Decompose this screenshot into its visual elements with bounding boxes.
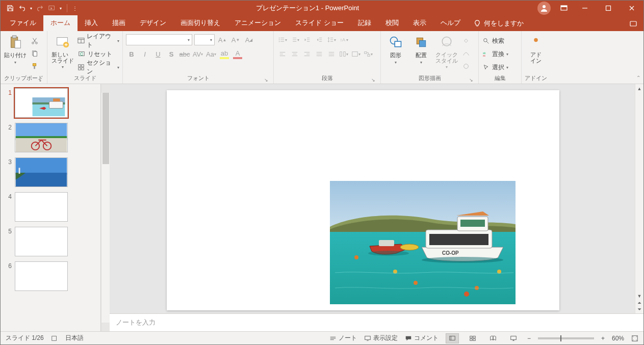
- thumbnail-2[interactable]: 2: [3, 123, 98, 152]
- bold-button[interactable]: B: [126, 48, 137, 60]
- reading-view-icon[interactable]: [486, 333, 500, 343]
- shape-fill-icon[interactable]: [460, 35, 472, 46]
- slide-counter[interactable]: スライド 1/26: [6, 334, 44, 342]
- shapes-button[interactable]: 図形▾: [384, 34, 407, 65]
- save-icon[interactable]: [6, 4, 15, 13]
- align-text-icon[interactable]: ▾: [350, 48, 362, 60]
- underline-button[interactable]: U: [152, 48, 164, 60]
- cut-icon[interactable]: [29, 35, 40, 46]
- zoom-out-button[interactable]: −: [527, 335, 531, 342]
- canvas-vscrollbar[interactable]: ▲ ▼ ⏶ ⏷: [635, 84, 643, 313]
- paste-button[interactable]: 貼り付け ▾: [4, 34, 27, 65]
- tab-help[interactable]: ヘルプ: [433, 15, 468, 31]
- decrease-font-icon[interactable]: A▼: [230, 34, 241, 45]
- decrease-indent-icon[interactable]: [301, 34, 313, 45]
- addins-button[interactable]: アド イン: [525, 34, 547, 64]
- align-left-icon[interactable]: [277, 48, 288, 60]
- collapse-ribbon-icon[interactable]: ⌃: [636, 75, 640, 81]
- justify-icon[interactable]: [314, 48, 325, 60]
- normal-view-icon[interactable]: [446, 333, 459, 343]
- undo-icon[interactable]: [18, 4, 27, 13]
- line-spacing-icon[interactable]: ▾: [326, 34, 337, 45]
- font-name-combo[interactable]: ▾: [126, 34, 192, 45]
- qat-customize[interactable]: ⋮: [72, 6, 78, 11]
- display-settings-button[interactable]: 表示設定: [364, 334, 398, 342]
- shadow-button[interactable]: S: [166, 48, 177, 60]
- thumbnail-6[interactable]: 6: [3, 261, 98, 291]
- drawing-launcher[interactable]: [468, 76, 474, 83]
- text-direction-icon[interactable]: ↕A▾: [338, 34, 349, 45]
- thumbnail-5[interactable]: 5: [3, 227, 98, 256]
- zoom-percent[interactable]: 60%: [612, 335, 624, 342]
- tab-slideshow[interactable]: スライド ショー: [288, 15, 351, 31]
- share-button[interactable]: [623, 16, 643, 31]
- fit-to-window-icon[interactable]: [631, 335, 638, 342]
- zoom-in-button[interactable]: +: [601, 335, 605, 342]
- strikethrough-button[interactable]: abc: [179, 48, 190, 60]
- section-button[interactable]: セクション ▾: [78, 62, 119, 73]
- slide-canvas[interactable]: CO-OP: [110, 84, 635, 313]
- distribute-icon[interactable]: [326, 48, 337, 60]
- spellcheck-icon[interactable]: [51, 335, 58, 342]
- tell-me-search[interactable]: 何をしますか: [468, 16, 530, 31]
- slide-sorter-view-icon[interactable]: [466, 333, 479, 343]
- redo-icon[interactable]: [35, 4, 44, 13]
- slide-image-boat[interactable]: CO-OP: [330, 181, 516, 304]
- bullets-button[interactable]: ▾: [277, 34, 288, 45]
- prev-slide-icon[interactable]: ⏶: [636, 299, 643, 306]
- next-slide-icon[interactable]: ⏷: [636, 306, 643, 312]
- new-slide-button[interactable]: 新しい スライド ▾: [50, 34, 75, 69]
- start-from-beginning-icon[interactable]: [47, 4, 57, 13]
- font-size-combo[interactable]: ▾: [194, 34, 215, 45]
- tab-home[interactable]: ホーム: [43, 15, 78, 31]
- scroll-up-icon[interactable]: ▲: [636, 85, 643, 92]
- tab-record[interactable]: 記録: [351, 15, 378, 31]
- align-right-icon[interactable]: [301, 48, 313, 60]
- font-launcher[interactable]: [263, 76, 269, 83]
- ribbon-display-options-icon[interactable]: [555, 1, 573, 16]
- highlight-button[interactable]: ab: [219, 48, 230, 60]
- thumbnail-4[interactable]: 4: [3, 192, 98, 222]
- thumbnail-3[interactable]: 3: [3, 157, 98, 187]
- increase-font-icon[interactable]: A▲: [217, 34, 228, 45]
- tab-design[interactable]: デザイン: [133, 15, 173, 31]
- char-spacing-button[interactable]: AV▾: [192, 48, 203, 60]
- account-icon[interactable]: [537, 2, 551, 15]
- tab-insert[interactable]: 挿入: [78, 15, 105, 31]
- arrange-button[interactable]: 配置▾: [409, 34, 433, 65]
- find-button[interactable]: 検索: [482, 35, 508, 46]
- italic-button[interactable]: I: [139, 48, 150, 60]
- align-center-icon[interactable]: [289, 48, 300, 60]
- zoom-slider[interactable]: [538, 337, 594, 339]
- columns-icon[interactable]: ▾: [338, 48, 349, 60]
- notes-toggle[interactable]: ノート: [329, 334, 357, 342]
- minimize-button[interactable]: [573, 1, 597, 16]
- comments-button[interactable]: コメント: [405, 334, 439, 342]
- notes-pane[interactable]: ノートを入力: [110, 313, 643, 331]
- increase-indent-icon[interactable]: [314, 34, 325, 45]
- thumbnails-scrollbar[interactable]: [101, 84, 110, 331]
- tab-animations[interactable]: アニメーション: [227, 15, 288, 31]
- slide[interactable]: CO-OP: [167, 90, 559, 310]
- numbering-button[interactable]: ▾: [289, 34, 300, 45]
- scroll-down-icon[interactable]: ▼: [636, 293, 643, 299]
- tab-view[interactable]: 表示: [406, 15, 433, 31]
- tab-draw[interactable]: 描画: [105, 15, 133, 31]
- change-case-button[interactable]: Aa▾: [205, 48, 217, 60]
- replace-button[interactable]: abac置換 ▾: [482, 48, 508, 60]
- thumbnail-1[interactable]: 1: [3, 88, 98, 118]
- clear-formatting-icon[interactable]: A◢: [243, 34, 254, 45]
- select-button[interactable]: 選択 ▾: [482, 62, 508, 73]
- shape-effects-icon[interactable]: [460, 61, 472, 72]
- layout-button[interactable]: レイアウト ▾: [78, 35, 119, 46]
- reset-button[interactable]: リセット: [78, 48, 119, 60]
- maximize-button[interactable]: [597, 1, 620, 16]
- quick-styles-button[interactable]: クイック スタイル▾: [435, 34, 458, 69]
- smartart-icon[interactable]: ▾: [363, 48, 374, 60]
- font-color-button[interactable]: A: [232, 48, 243, 60]
- tab-transitions[interactable]: 画面切り替え: [173, 15, 227, 31]
- language-indicator[interactable]: 日本語: [65, 334, 84, 342]
- close-button[interactable]: [620, 1, 643, 16]
- tab-file[interactable]: ファイル: [3, 15, 43, 31]
- paragraph-launcher[interactable]: [370, 76, 376, 83]
